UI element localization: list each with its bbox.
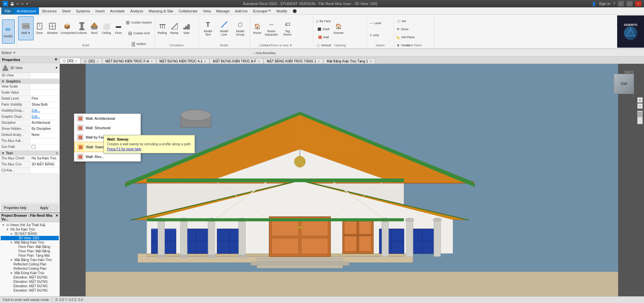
tree-floor-plan-1[interactable]: Floor Plan: Mặt Bằng bbox=[1, 245, 59, 249]
ribbon-btn-railing[interactable]: Railing bbox=[156, 16, 168, 40]
properties-close[interactable]: ✕ bbox=[54, 57, 57, 62]
menu-systems[interactable]: Systems bbox=[73, 7, 93, 14]
ribbon-btn-model-line[interactable]: Model Line bbox=[216, 16, 232, 40]
tree-3d-mat-bang[interactable]: ▼ 3D MẶT BẰNG bbox=[1, 232, 59, 236]
canvas-area[interactable]: 🧱 Wall: Architectural 🧱 Wall: Structural… bbox=[60, 64, 644, 296]
tree-3d-view[interactable]: 3D View: {3D} bbox=[1, 236, 59, 240]
prop-value-thumucket[interactable] bbox=[30, 138, 59, 144]
zoom-out-btn[interactable]: − bbox=[637, 103, 643, 109]
tooltip-help-link[interactable]: Press F1 for more help bbox=[107, 147, 191, 151]
menu-annotate[interactable]: Annotate bbox=[107, 7, 128, 14]
matbang-expand[interactable]: ▼ bbox=[9, 241, 13, 244]
ribbon-btn-dormer[interactable]: 🏠 Dormer bbox=[332, 16, 345, 40]
tree-views[interactable]: ▼ ⊙ Views (Hồ Sơ Thiết Kế) bbox=[1, 223, 59, 227]
view-tab-mat-bang-tang1-2[interactable]: Mặt Bằng Kiến Trúc Tầng 1 ✕ bbox=[324, 58, 375, 64]
ribbon-btn-modify[interactable]: ✏ Modify bbox=[2, 19, 15, 44]
prop-value-sunpath[interactable] bbox=[30, 144, 59, 150]
ribbon-btn-curtain-grid[interactable]: ⊟ Curtain Grid bbox=[125, 28, 153, 38]
quick-save[interactable]: 💾 bbox=[10, 2, 14, 6]
tree-elevation-2[interactable]: Elevation: MẶT ĐỨNG bbox=[1, 280, 59, 284]
ribbon-btn-room[interactable]: 🏠 Room bbox=[251, 16, 263, 40]
tab-close-fa[interactable]: ✕ bbox=[150, 60, 153, 63]
tree-floor-plan-tang-mai[interactable]: Floor Plan: Tầng Mái bbox=[1, 253, 59, 258]
ribbon-btn-area-boundary[interactable]: ↔ Area Boundary bbox=[251, 49, 277, 57]
menu-manage[interactable]: Manage bbox=[213, 7, 232, 14]
ribbon-btn-ceiling[interactable]: ⬜ Ceiling bbox=[100, 16, 112, 40]
ribbon-btn-ref-plane[interactable]: 📐 Ref Plane bbox=[395, 34, 416, 41]
nav-cube-face[interactable]: TOP bbox=[614, 74, 634, 94]
sunpath-checkbox[interactable] bbox=[32, 145, 36, 149]
menu-view[interactable]: View bbox=[200, 7, 214, 14]
wall-menu-structural[interactable]: 🧱 Wall: Structural bbox=[74, 123, 141, 133]
hosokientruc-expand[interactable]: ▼ bbox=[5, 228, 9, 231]
menu-modify[interactable]: Modify bbox=[274, 7, 290, 14]
ribbon-btn-by-face[interactable]: ◻ By Face bbox=[315, 17, 333, 25]
quick-redo[interactable]: ↪ bbox=[21, 2, 23, 6]
prop-value-defaultanaly[interactable]: None bbox=[30, 132, 59, 138]
select-dropdown-arrow[interactable]: ▼ bbox=[13, 51, 16, 54]
menu-file[interactable]: File bbox=[1, 7, 14, 14]
prop-value-detaillevel[interactable]: Fine bbox=[30, 96, 59, 102]
view-tab-mat-dung-af[interactable]: MẶT ĐỨNG KIẾN TRÚC A-F ✕ bbox=[210, 58, 263, 64]
menu-collaborate[interactable]: Collaborate bbox=[176, 7, 200, 14]
tree-mat-dung[interactable]: ▼ Mặt Đứng Kiến Trúc bbox=[1, 271, 59, 275]
menu-analyze[interactable]: Analyze bbox=[128, 7, 146, 14]
tree-ho-so-kien-truc[interactable]: ▼ Hồ Sơ Kiến Trúc bbox=[1, 227, 59, 232]
prop-value-thumuccon[interactable]: 3D MẶT BẰNG bbox=[30, 162, 59, 167]
scroll-thumb[interactable] bbox=[638, 112, 642, 117]
menu-structure[interactable]: Structure bbox=[39, 7, 59, 14]
menu-addins[interactable]: Add-Ins bbox=[232, 7, 250, 14]
prop-value-graphicdisplay[interactable]: Edit... bbox=[30, 114, 59, 120]
3dmatbang-expand[interactable]: ▼ bbox=[9, 232, 13, 236]
ribbon-btn-column[interactable]: Column bbox=[75, 16, 88, 40]
wall-menu-architectural[interactable]: 🧱 Wall: Architectural bbox=[74, 114, 141, 123]
ribbon-btn-floor[interactable]: ▬ Floor bbox=[112, 16, 125, 40]
minimize-button[interactable]: ─ bbox=[618, 1, 624, 6]
tab-close-matbangtang1-2[interactable]: ✕ bbox=[369, 60, 372, 63]
prop-value-scalevalue[interactable] bbox=[30, 90, 59, 96]
tree-mat-bang-kien-truc[interactable]: ▼ Mặt Bằng Kiến Trúc bbox=[1, 240, 59, 245]
text-section-toggle[interactable]: ≡ bbox=[56, 151, 58, 155]
tree-elevation-1[interactable]: Elevation: MẶT ĐỨNG bbox=[1, 275, 59, 280]
ribbon-btn-ramp[interactable]: Ramp bbox=[168, 16, 181, 40]
text-expand[interactable]: ▼ bbox=[1, 151, 5, 155]
menu-insert[interactable]: Insert bbox=[93, 7, 107, 14]
quick-more[interactable]: ▼ bbox=[26, 2, 29, 6]
ribbon-btn-model-group[interactable]: ⬡ Model Group bbox=[232, 16, 248, 40]
prop-value-showhidden[interactable]: By Discipline bbox=[30, 126, 59, 132]
view-tab-mat-dung-fa[interactable]: MẶT ĐỨNG KIẾN TRÚC F-A ✕ bbox=[102, 58, 156, 64]
graphics-expand[interactable]: ▼ bbox=[1, 80, 5, 83]
view-tab-3d-1[interactable]: ⬡ {3D} ✕ bbox=[60, 58, 81, 64]
ribbon-btn-door[interactable]: Door bbox=[34, 16, 46, 40]
view-type-dropdown[interactable]: ▼ bbox=[55, 66, 58, 69]
maximize-button[interactable]: □ bbox=[627, 1, 633, 6]
ribbon-btn-shaft[interactable]: ⬛ Shaft bbox=[315, 26, 333, 33]
ribbon-btn-level[interactable]: — Level bbox=[368, 17, 383, 29]
views-expand[interactable]: ▼ bbox=[1, 223, 5, 227]
ribbon-btn-set[interactable]: ⬜ Set bbox=[395, 17, 408, 25]
tree-elevation-3[interactable]: Elevation: MẶT ĐỨNG bbox=[1, 284, 59, 288]
ribbon-btn-curtain-system[interactable]: ⊞ Curtain System bbox=[125, 17, 153, 28]
apply-btn[interactable]: Apply bbox=[31, 205, 58, 211]
view-tab-3d-2[interactable]: ⬡ {3D} ✕ bbox=[81, 58, 102, 64]
menu-architecture[interactable]: Architecture bbox=[14, 7, 39, 14]
menu-steel[interactable]: Steel bbox=[59, 7, 73, 14]
nav-cube-home[interactable]: ⌂ bbox=[632, 94, 634, 97]
prop-value-viewscale[interactable] bbox=[30, 84, 59, 90]
ribbon-btn-window[interactable]: Window bbox=[46, 16, 59, 40]
matbangtran-expand[interactable]: ▼ bbox=[9, 258, 13, 262]
ribbon-btn-wall[interactable]: Wall ▼ bbox=[18, 16, 34, 40]
ribbon-btn-model-text[interactable]: T Model Text bbox=[200, 16, 216, 40]
ribbon-btn-show[interactable]: 👁 Show bbox=[395, 26, 410, 33]
tree-reflected-1[interactable]: Reflected Ceiling Plan bbox=[1, 262, 59, 266]
view-tab-mat-dung-41[interactable]: MẶT ĐỨNG KIẾN TRÚC 4-1 ✕ bbox=[156, 58, 209, 64]
ribbon-btn-component[interactable]: 📦 Component bbox=[59, 16, 75, 40]
prop-value-visibilitygraphics[interactable]: Edit... bbox=[30, 108, 59, 114]
project-browser-close[interactable]: ✕ bbox=[55, 214, 58, 221]
ribbon-btn-stair[interactable]: Stair bbox=[181, 16, 193, 40]
menu-massing[interactable]: Massing & Site bbox=[146, 7, 176, 14]
tab-close-af[interactable]: ✕ bbox=[258, 60, 260, 63]
prop-value-3dview[interactable] bbox=[30, 73, 59, 79]
signin-text[interactable]: Sign In bbox=[599, 2, 610, 6]
tree-elevation-4[interactable]: Elevation: MẶT ĐỨNG bbox=[1, 288, 59, 293]
